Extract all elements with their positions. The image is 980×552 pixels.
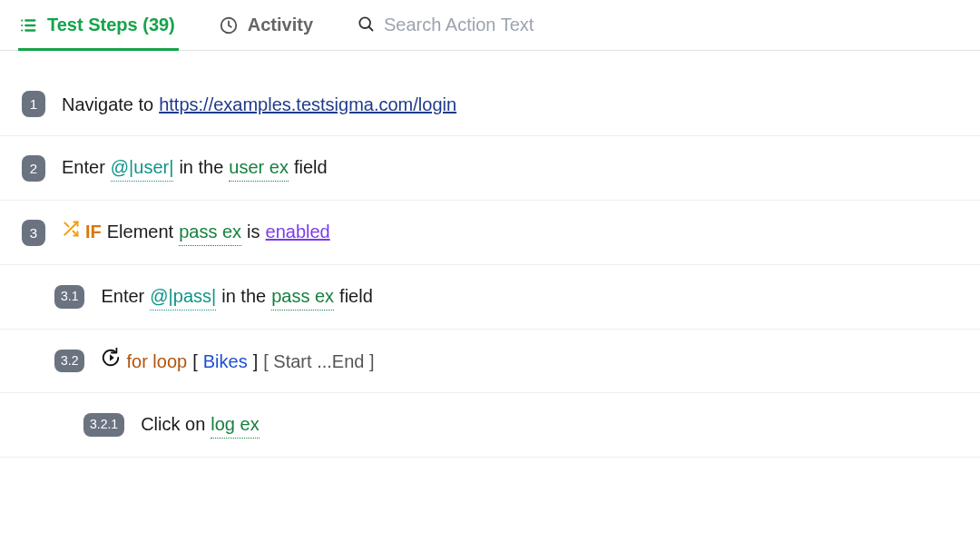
step-row[interactable]: 3.2.1Click onlog ex (0, 393, 980, 458)
search-icon (357, 15, 375, 36)
step-content: Navigate tohttps://examples.testsigma.co… (62, 92, 456, 117)
url-link[interactable]: https://examples.testsigma.com/login (159, 92, 456, 117)
svg-marker-12 (111, 354, 115, 360)
step-number-badge: 3.1 (54, 285, 84, 309)
step-row[interactable]: 2Enter@|user|in theuser exfield (0, 136, 980, 201)
step-content: IFElementpass exisenabled (62, 219, 330, 246)
shuffle-icon (62, 220, 80, 238)
step-text: [ Start ...End ] (263, 349, 374, 374)
step-number-badge: 1 (22, 91, 45, 117)
step-content: Click onlog ex (141, 411, 260, 439)
clock-icon (219, 15, 239, 35)
step-content: Enter@|user|in theuser exfield (62, 154, 328, 182)
element-pass-ex[interactable]: pass ex (271, 283, 334, 310)
step-row[interactable]: 3.2for loop[Bikes] [ Start ...End ] (0, 330, 980, 393)
step-text: ] (253, 349, 259, 374)
step-text: in the (179, 154, 223, 180)
step-text: [ (192, 349, 198, 374)
tab-activity-label: Activity (248, 15, 313, 35)
step-row[interactable]: 3IFElementpass exisenabled (0, 201, 980, 265)
step-text: Enter (62, 154, 105, 180)
element-log-ex[interactable]: log ex (211, 411, 259, 439)
step-text: for loop (126, 349, 187, 374)
variable-user[interactable]: @|user| (111, 154, 174, 182)
steps-container: 1Navigate tohttps://examples.testsigma.c… (0, 51, 980, 458)
step-text: field (339, 283, 373, 309)
tab-test-steps[interactable]: Test Steps (39) (18, 0, 175, 50)
svg-line-8 (369, 26, 373, 30)
step-text: in the (221, 283, 266, 309)
svg-point-3 (21, 19, 23, 21)
search-input[interactable] (384, 15, 738, 35)
step-text: field (294, 154, 328, 180)
step-number-badge: 3.2 (54, 350, 84, 373)
step-content: Enter@|pass|in thepass exfield (101, 283, 372, 310)
condition-enabled[interactable]: enabled (266, 219, 330, 244)
tab-test-steps-label: Test Steps (39) (47, 15, 175, 35)
step-number-badge: 3.2.1 (83, 413, 124, 437)
step-text: IF (85, 219, 102, 244)
svg-point-4 (21, 24, 23, 25)
step-number-badge: 3 (22, 220, 45, 246)
svg-point-5 (21, 29, 23, 31)
list-icon (18, 15, 38, 35)
step-text: is (247, 219, 260, 244)
svg-line-11 (64, 222, 68, 226)
step-text: Element (107, 219, 173, 244)
element-pass-ex[interactable]: pass ex (179, 219, 241, 246)
search-wrap (357, 15, 738, 36)
tabs-bar: Test Steps (39) Activity (0, 0, 980, 51)
tab-activity[interactable]: Activity (219, 0, 313, 50)
loop-icon (101, 348, 121, 368)
step-text: Enter (101, 283, 144, 309)
step-text: Click on (141, 411, 205, 437)
variable-pass[interactable]: @|pass| (150, 283, 216, 310)
step-row[interactable]: 1Navigate tohttps://examples.testsigma.c… (0, 73, 980, 136)
element-user-ex[interactable]: user ex (229, 154, 289, 182)
step-row[interactable]: 3.1Enter@|pass|in thepass exfield (0, 265, 980, 330)
step-number-badge: 2 (22, 155, 45, 182)
step-content: for loop[Bikes] [ Start ...End ] (101, 348, 374, 374)
loop-data-bikes[interactable]: Bikes (203, 349, 248, 374)
step-text: Navigate to (62, 92, 153, 117)
